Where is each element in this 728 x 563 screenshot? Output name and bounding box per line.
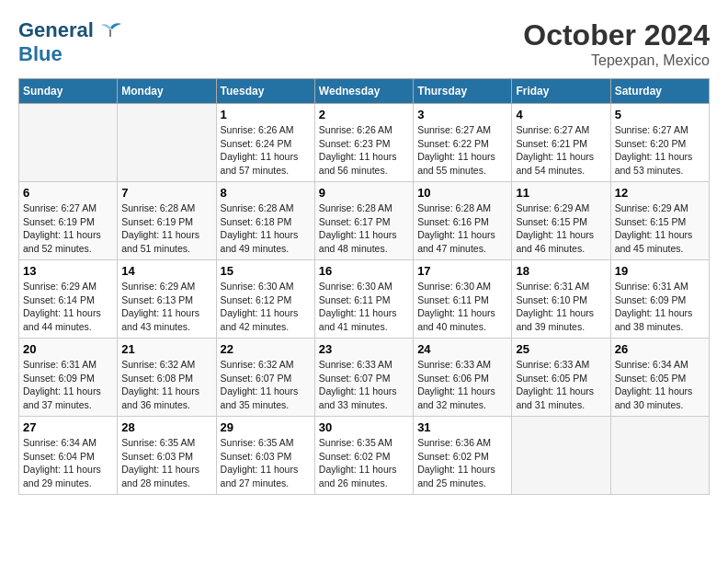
day-info: Sunrise: 6:29 AMSunset: 6:15 PMDaylight:…	[615, 201, 705, 256]
day-number: 23	[319, 342, 409, 356]
calendar-table: SundayMondayTuesdayWednesdayThursdayFrid…	[18, 78, 710, 495]
day-info: Sunrise: 6:33 AMSunset: 6:06 PMDaylight:…	[417, 358, 507, 412]
day-number: 1	[221, 108, 311, 121]
calendar-cell: 12Sunrise: 6:29 AMSunset: 6:15 PMDayligh…	[610, 182, 709, 260]
day-number: 27	[23, 420, 113, 434]
day-info: Sunrise: 6:28 AMSunset: 6:18 PMDaylight:…	[221, 201, 311, 256]
day-info: Sunrise: 6:29 AMSunset: 6:13 PMDaylight:…	[121, 280, 211, 334]
day-number: 7	[121, 186, 211, 200]
day-number: 26	[615, 342, 705, 356]
calendar-cell: 16Sunrise: 6:30 AMSunset: 6:11 PMDayligh…	[314, 260, 413, 339]
calendar-cell: 27Sunrise: 6:34 AMSunset: 6:04 PMDayligh…	[19, 417, 118, 495]
calendar-cell: 9Sunrise: 6:28 AMSunset: 6:17 PMDaylight…	[314, 182, 413, 260]
day-number: 30	[319, 420, 409, 434]
calendar-cell: 29Sunrise: 6:35 AMSunset: 6:03 PMDayligh…	[216, 417, 314, 495]
calendar-cell: 15Sunrise: 6:30 AMSunset: 6:12 PMDayligh…	[216, 260, 314, 339]
day-number: 12	[615, 186, 705, 200]
calendar-cell: 19Sunrise: 6:31 AMSunset: 6:09 PMDayligh…	[610, 260, 709, 339]
day-info: Sunrise: 6:33 AMSunset: 6:07 PMDaylight:…	[319, 358, 409, 412]
day-number: 15	[221, 264, 311, 278]
calendar-cell: 21Sunrise: 6:32 AMSunset: 6:08 PMDayligh…	[118, 339, 216, 417]
day-info: Sunrise: 6:27 AMSunset: 6:19 PMDaylight:…	[23, 201, 113, 256]
calendar-cell: 17Sunrise: 6:30 AMSunset: 6:11 PMDayligh…	[414, 260, 512, 339]
logo: General Blue	[18, 18, 123, 66]
weekday-header-saturday: Saturday	[610, 79, 709, 104]
day-number: 16	[319, 264, 409, 278]
logo-bird-icon	[97, 20, 123, 40]
day-info: Sunrise: 6:34 AMSunset: 6:05 PMDaylight:…	[615, 358, 705, 412]
day-number: 19	[615, 264, 705, 278]
day-number: 9	[319, 186, 409, 200]
day-info: Sunrise: 6:32 AMSunset: 6:07 PMDaylight:…	[221, 358, 311, 412]
day-number: 24	[417, 342, 507, 356]
calendar-cell: 26Sunrise: 6:34 AMSunset: 6:05 PMDayligh…	[610, 339, 709, 417]
day-info: Sunrise: 6:30 AMSunset: 6:12 PMDaylight:…	[221, 280, 311, 334]
title-block: October 2024 Tepexpan, Mexico	[523, 18, 710, 69]
day-info: Sunrise: 6:26 AMSunset: 6:24 PMDaylight:…	[221, 123, 311, 178]
day-number: 10	[417, 186, 507, 200]
calendar-cell: 6Sunrise: 6:27 AMSunset: 6:19 PMDaylight…	[19, 182, 118, 260]
day-info: Sunrise: 6:30 AMSunset: 6:11 PMDaylight:…	[319, 280, 409, 334]
calendar-cell: 8Sunrise: 6:28 AMSunset: 6:18 PMDaylight…	[216, 182, 314, 260]
calendar-cell: 18Sunrise: 6:31 AMSunset: 6:10 PMDayligh…	[512, 260, 610, 339]
calendar-cell: 11Sunrise: 6:29 AMSunset: 6:15 PMDayligh…	[512, 182, 610, 260]
day-number: 8	[221, 186, 311, 200]
calendar-cell: 13Sunrise: 6:29 AMSunset: 6:14 PMDayligh…	[19, 260, 118, 339]
calendar-cell: 20Sunrise: 6:31 AMSunset: 6:09 PMDayligh…	[19, 339, 118, 417]
calendar-cell: 10Sunrise: 6:28 AMSunset: 6:16 PMDayligh…	[414, 182, 512, 260]
calendar-cell: 1Sunrise: 6:26 AMSunset: 6:24 PMDaylight…	[216, 104, 314, 182]
day-number: 28	[121, 420, 211, 434]
day-number: 31	[417, 420, 507, 434]
day-info: Sunrise: 6:31 AMSunset: 6:09 PMDaylight:…	[23, 358, 113, 412]
calendar-cell	[512, 417, 610, 495]
day-number: 22	[221, 342, 311, 356]
day-info: Sunrise: 6:35 AMSunset: 6:03 PMDaylight:…	[121, 436, 211, 490]
day-info: Sunrise: 6:34 AMSunset: 6:04 PMDaylight:…	[23, 436, 113, 490]
calendar-cell: 2Sunrise: 6:26 AMSunset: 6:23 PMDaylight…	[314, 104, 413, 182]
page-subtitle: Tepexpan, Mexico	[523, 52, 710, 69]
day-info: Sunrise: 6:33 AMSunset: 6:05 PMDaylight:…	[516, 358, 606, 412]
weekday-header-friday: Friday	[512, 79, 610, 104]
day-number: 13	[23, 264, 113, 278]
calendar-cell: 7Sunrise: 6:28 AMSunset: 6:19 PMDaylight…	[118, 182, 216, 260]
calendar-cell: 31Sunrise: 6:36 AMSunset: 6:02 PMDayligh…	[414, 417, 512, 495]
day-number: 17	[417, 264, 507, 278]
day-info: Sunrise: 6:27 AMSunset: 6:21 PMDaylight:…	[516, 123, 606, 178]
day-info: Sunrise: 6:29 AMSunset: 6:14 PMDaylight:…	[23, 280, 113, 334]
calendar-cell: 25Sunrise: 6:33 AMSunset: 6:05 PMDayligh…	[512, 339, 610, 417]
day-number: 4	[516, 108, 606, 121]
weekday-header-wednesday: Wednesday	[314, 79, 413, 104]
week-row-1: 1Sunrise: 6:26 AMSunset: 6:24 PMDaylight…	[19, 104, 710, 182]
calendar-cell	[19, 104, 118, 182]
logo-general: General	[18, 18, 94, 42]
page-header: General Blue October 2024 Tepexpan, Mexi…	[18, 18, 710, 69]
day-info: Sunrise: 6:27 AMSunset: 6:22 PMDaylight:…	[417, 123, 507, 178]
calendar-cell: 5Sunrise: 6:27 AMSunset: 6:20 PMDaylight…	[610, 104, 709, 182]
week-row-3: 13Sunrise: 6:29 AMSunset: 6:14 PMDayligh…	[19, 260, 710, 339]
day-info: Sunrise: 6:28 AMSunset: 6:16 PMDaylight:…	[417, 201, 507, 256]
day-number: 20	[23, 342, 113, 356]
day-number: 14	[121, 264, 211, 278]
day-info: Sunrise: 6:28 AMSunset: 6:17 PMDaylight:…	[319, 201, 409, 256]
day-info: Sunrise: 6:26 AMSunset: 6:23 PMDaylight:…	[319, 123, 409, 178]
day-number: 21	[121, 342, 211, 356]
calendar-cell: 22Sunrise: 6:32 AMSunset: 6:07 PMDayligh…	[216, 339, 314, 417]
day-info: Sunrise: 6:27 AMSunset: 6:20 PMDaylight:…	[615, 123, 705, 178]
week-row-2: 6Sunrise: 6:27 AMSunset: 6:19 PMDaylight…	[19, 182, 710, 260]
calendar-cell: 3Sunrise: 6:27 AMSunset: 6:22 PMDaylight…	[414, 104, 512, 182]
calendar-cell: 14Sunrise: 6:29 AMSunset: 6:13 PMDayligh…	[118, 260, 216, 339]
day-number: 3	[417, 108, 507, 121]
week-row-5: 27Sunrise: 6:34 AMSunset: 6:04 PMDayligh…	[19, 417, 710, 495]
calendar-cell: 30Sunrise: 6:35 AMSunset: 6:02 PMDayligh…	[314, 417, 413, 495]
day-info: Sunrise: 6:28 AMSunset: 6:19 PMDaylight:…	[121, 201, 211, 256]
calendar-cell: 4Sunrise: 6:27 AMSunset: 6:21 PMDaylight…	[512, 104, 610, 182]
weekday-header-thursday: Thursday	[414, 79, 512, 104]
week-row-4: 20Sunrise: 6:31 AMSunset: 6:09 PMDayligh…	[19, 339, 710, 417]
day-info: Sunrise: 6:30 AMSunset: 6:11 PMDaylight:…	[417, 280, 507, 334]
calendar-cell	[610, 417, 709, 495]
calendar-cell: 28Sunrise: 6:35 AMSunset: 6:03 PMDayligh…	[118, 417, 216, 495]
weekday-header-sunday: Sunday	[19, 79, 118, 104]
day-info: Sunrise: 6:31 AMSunset: 6:09 PMDaylight:…	[615, 280, 705, 334]
day-number: 11	[516, 186, 606, 200]
day-info: Sunrise: 6:35 AMSunset: 6:02 PMDaylight:…	[319, 436, 409, 490]
